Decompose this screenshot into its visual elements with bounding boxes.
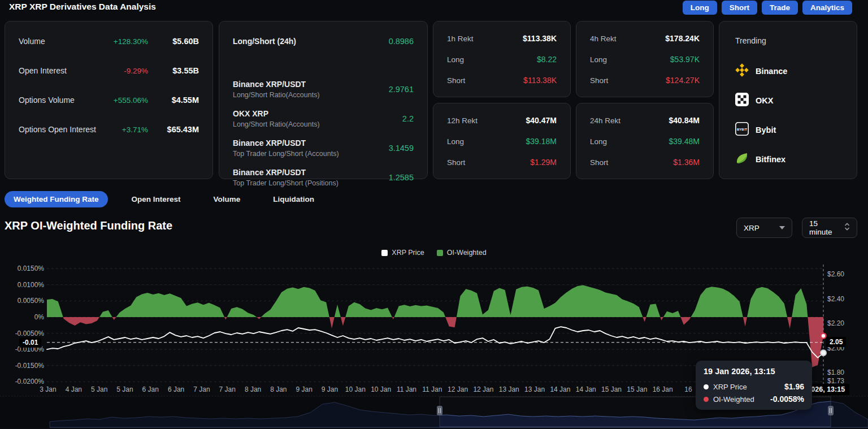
rekt-long-label: Long	[590, 137, 607, 146]
rekt-short-value: $113.38K	[523, 76, 557, 85]
trending-name: Bybit	[756, 125, 776, 135]
svg-text:14 Jan: 14 Jan	[576, 385, 596, 393]
tooltip-row-oi: OI-Weighted -0.0058%	[704, 395, 804, 404]
ratio-title: Long/Short (24h)	[233, 37, 296, 46]
rekt-total: $40.47M	[526, 116, 557, 125]
stat-value: $5.60B	[163, 37, 199, 46]
legend-item-xrp-price[interactable]: XRP Price	[381, 249, 424, 257]
analytics-button[interactable]: Analytics	[802, 1, 852, 15]
navigator-right-handle[interactable]	[828, 406, 834, 415]
svg-text:4 Jan: 4 Jan	[66, 385, 82, 393]
stat-change: +128.30%	[106, 37, 148, 46]
short-button[interactable]: Short	[722, 1, 757, 15]
rekt-long-value: $39.48M	[669, 137, 700, 146]
stat-label: Options Volume	[19, 96, 106, 105]
legend-swatch-white	[381, 250, 388, 256]
ratio-value: 0.8986	[389, 37, 414, 46]
red-dot-icon	[704, 397, 709, 402]
interval-select[interactable]: 15 minute	[802, 218, 857, 238]
legend-label: OI-Weighted	[447, 249, 487, 257]
svg-text:-0.0150%: -0.0150%	[15, 362, 45, 370]
svg-text:BYBIT: BYBIT	[737, 128, 747, 131]
tooltip-label: XRP Price	[713, 383, 784, 391]
rekt-long-label: Long	[447, 137, 464, 146]
svg-text:16: 16	[684, 385, 692, 393]
tooltip-value: $1.96	[784, 382, 804, 391]
ratio-value: 2.2	[402, 114, 414, 123]
ratio-row: Long/Short (24h) 0.8986	[233, 35, 414, 47]
stat-label: Options Open Interest	[19, 125, 106, 134]
stat-value: $4.55M	[163, 96, 199, 105]
ratio-title: OKX XRP	[233, 109, 402, 118]
svg-text:10 Jan: 10 Jan	[371, 385, 391, 393]
svg-text:$2.40: $2.40	[827, 295, 844, 303]
tab-open-interest[interactable]: Open Interest	[123, 191, 190, 207]
stat-row-open-interest: Open Interest -9.29% $3.55B	[19, 64, 199, 77]
tooltip-row-price: XRP Price $1.96	[704, 382, 804, 391]
svg-text:7 Jan: 7 Jan	[219, 385, 236, 393]
rekt-card-24h: 24h Rekt$40.84M Long$39.48M Short$1.36M	[576, 103, 714, 179]
trending-item-okx[interactable]: OKX	[735, 93, 845, 109]
svg-text:-0.0200%: -0.0200%	[15, 378, 45, 385]
svg-text:$2.60: $2.60	[827, 270, 844, 278]
tab-weighted-funding-rate[interactable]: Weighted Funding Rate	[5, 191, 108, 207]
svg-text:0.0100%: 0.0100%	[18, 281, 45, 289]
ratio-title: Binance XRP/USDT	[233, 80, 389, 89]
ratio-subtitle: Top Trader Long/Short (Positions)	[233, 179, 389, 187]
rekt-short-value: $124.27K	[666, 76, 700, 85]
tooltip-value: -0.0058%	[770, 395, 804, 404]
page-title: XRP XRP Derivatives Data Analysis	[9, 2, 156, 12]
rekt-short-label: Short	[590, 76, 608, 85]
stat-change: -9.29%	[106, 67, 148, 75]
white-dot-icon	[704, 384, 709, 389]
trending-item-bybit[interactable]: BYBIT Bybit	[735, 122, 845, 138]
rekt-long-value: $53.97K	[670, 55, 700, 64]
svg-text:0.0150%: 0.0150%	[18, 265, 45, 272]
current-funding-badge: -0.01	[19, 337, 41, 348]
ratio-value: 2.9761	[389, 85, 414, 94]
stat-change: +555.06%	[106, 96, 148, 105]
tab-liquidation[interactable]: Liquidation	[264, 191, 323, 207]
rekt-long-value: $39.18M	[526, 137, 557, 146]
symbol-select[interactable]: XRP	[736, 218, 792, 238]
svg-text:14 Jan: 14 Jan	[550, 385, 570, 393]
svg-text:12 Jan: 12 Jan	[473, 385, 493, 393]
svg-text:11 Jan: 11 Jan	[397, 385, 416, 393]
svg-text:3 Jan: 3 Jan	[40, 385, 56, 393]
svg-text:15 Jan: 15 Jan	[627, 385, 647, 393]
rekt-period: 24h Rekt	[590, 116, 620, 125]
svg-text:16 Jan: 16 Jan	[653, 385, 673, 393]
ratio-subtitle: Long/Short Ratio(Accounts)	[233, 120, 402, 128]
tab-volume[interactable]: Volume	[205, 191, 250, 207]
rekt-long-label: Long	[447, 55, 464, 64]
svg-text:5 Jan: 5 Jan	[91, 385, 107, 393]
trending-item-binance[interactable]: Binance	[735, 63, 845, 79]
sort-carets-icon	[844, 222, 850, 233]
rekt-card-1h: 1h Rekt$113.38K Long$8.22 Short$113.38K	[433, 21, 571, 97]
current-price-badge: 2.05	[826, 337, 846, 347]
navigator-left-handle[interactable]	[437, 406, 442, 415]
rekt-total: $40.84M	[669, 116, 700, 125]
trending-title: Trending	[735, 36, 766, 45]
rekt-short-label: Short	[447, 158, 465, 167]
trending-item-bitfinex[interactable]: Bitfinex	[735, 151, 845, 167]
rekt-short-label: Short	[447, 76, 465, 85]
stat-row-volume: Volume +128.30% $5.60B	[19, 35, 199, 47]
rekt-period: 12h Rekt	[447, 116, 478, 125]
trade-button[interactable]: Trade	[762, 1, 798, 15]
long-button[interactable]: Long	[683, 1, 717, 15]
symbol-select-value: XRP	[744, 224, 775, 232]
rekt-long-label: Long	[590, 55, 607, 64]
legend-item-oi-weighted[interactable]: OI-Weighted	[437, 249, 487, 257]
ratio-title: Binance XRP/USDT	[233, 138, 389, 148]
svg-text:15 Jan: 15 Jan	[601, 385, 622, 393]
bitfinex-logo-icon	[735, 151, 749, 167]
tooltip-title: 19 Jan 2026, 13:15	[704, 367, 804, 376]
ratio-row: Binance XRP/USDT Top Trader Long/Short (…	[233, 136, 414, 161]
trending-name: Binance	[756, 67, 787, 76]
interval-select-value: 15 minute	[809, 219, 840, 236]
rekt-total: $178.24K	[665, 34, 700, 43]
long-short-ratio-card: Long/Short (24h) 0.8986 Binance XRP/USDT…	[219, 21, 428, 179]
trending-name: Bitfinex	[756, 155, 785, 164]
ratio-row: OKX XRP Long/Short Ratio(Accounts) 2.2	[233, 106, 414, 131]
